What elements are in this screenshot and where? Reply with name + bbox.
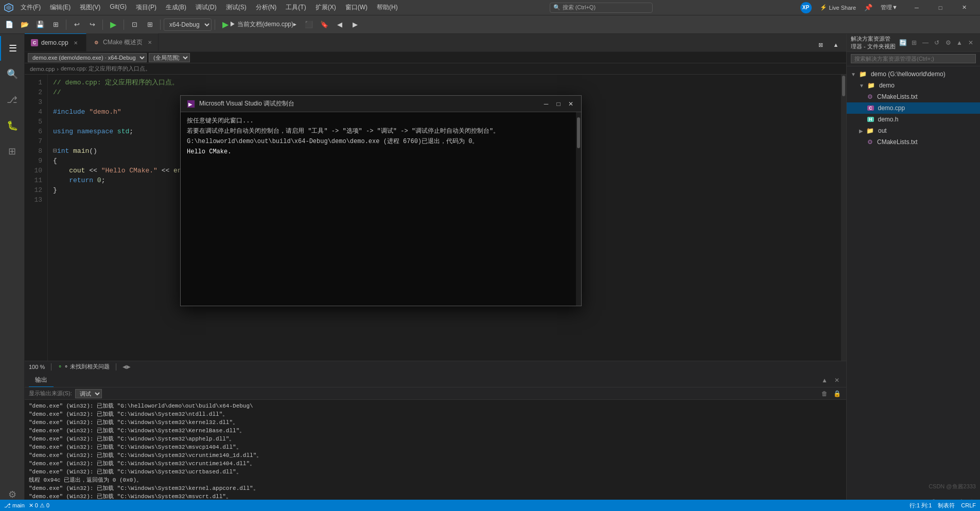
- menu-debug[interactable]: 调试(D): [191, 2, 221, 13]
- split-editor-btn[interactable]: ⊠: [813, 38, 828, 51]
- debug-console-body[interactable]: 按任意键关闭此窗口...若要在调试停止时自动关闭控制台，请启用 "工具" -> …: [181, 112, 581, 306]
- menu-project[interactable]: 项目(P): [132, 2, 161, 13]
- menu-help[interactable]: 帮助(H): [373, 2, 402, 13]
- debug-console-close[interactable]: ✕: [567, 100, 575, 108]
- output-source-select[interactable]: 调试: [75, 389, 102, 398]
- menu-view[interactable]: 视图(V): [76, 2, 104, 13]
- status-line-col[interactable]: 行:1 列:1: [909, 502, 932, 509]
- tree-item[interactable]: ▼📁demo (G:\helloworld\demo): [847, 68, 980, 80]
- panel-tab-output[interactable]: 输出: [29, 374, 54, 387]
- solution-explorer-title: 解决方案资源管理器 - 文件夹视图: [851, 35, 896, 50]
- search-box[interactable]: 🔍 搜索 (Ctrl+Q): [550, 3, 653, 13]
- minimize-button[interactable]: ─: [905, 0, 929, 15]
- svg-marker-1: [6, 5, 11, 10]
- toolbar-nav-back[interactable]: ◀: [332, 18, 347, 31]
- rp-filter-btn[interactable]: ⊞: [909, 38, 919, 48]
- output-scroll-lock[interactable]: 🔒: [832, 389, 842, 399]
- tab-cmake-overview[interactable]: ⚙ CMake 概述页 ✕: [86, 33, 159, 51]
- toolbar-nav-fwd[interactable]: ▶: [348, 18, 362, 31]
- activity-extensions[interactable]: ⊞: [0, 139, 25, 164]
- debug-scrollbar[interactable]: [576, 112, 581, 306]
- activity-search[interactable]: 🔍: [0, 62, 25, 86]
- output-content[interactable]: "demo.exe" (Win32): 已加载 "G:\helloworld\d…: [25, 400, 846, 511]
- rp-sync-btn[interactable]: 🔄: [898, 38, 908, 48]
- debug-console-title: Microsoft Visual Studio 调试控制台: [199, 99, 538, 108]
- debug-console-minimize[interactable]: ─: [542, 100, 550, 108]
- menu-test[interactable]: 测试(S): [222, 2, 251, 13]
- menu-build[interactable]: 生成(B): [162, 2, 190, 13]
- status-left: ⎇ main ✕ 0 ⚠ 0: [4, 502, 904, 509]
- toolbar-stop[interactable]: ⬛: [302, 18, 316, 31]
- editor-scrollbar[interactable]: [841, 75, 846, 361]
- solution-explorer-header: 解决方案资源管理器 - 文件夹视图 🔄 ⊞ — ↺ ⚙ ▲ ✕: [847, 34, 980, 52]
- status-indent[interactable]: 制表符: [938, 502, 955, 509]
- close-button[interactable]: ✕: [952, 0, 976, 15]
- run-current-button[interactable]: ▶ ▶ 当前文档(demo.cpp)▸: [218, 19, 301, 30]
- debug-console-controls: ─ □ ✕: [542, 100, 575, 108]
- cpp-file-icon: C: [31, 39, 38, 46]
- status-right: 行:1 列:1 制表符 CRLF: [909, 502, 976, 509]
- menu-window[interactable]: 窗口(W): [341, 2, 372, 13]
- toolbar-undo[interactable]: ↩: [69, 18, 84, 31]
- rp-refresh-btn[interactable]: ↺: [932, 38, 942, 48]
- tree-item[interactable]: Hdemo.h: [847, 114, 980, 125]
- debug-console-window: ▶ Microsoft Visual Studio 调试控制台 ─ □ ✕ 按任…: [180, 95, 582, 306]
- tab-demo-cpp-close[interactable]: ✕: [74, 40, 78, 46]
- toolbar-save-all[interactable]: ⊞: [48, 18, 63, 31]
- panel-up-btn[interactable]: ▲: [819, 375, 830, 385]
- toolbar-bookmark[interactable]: 🔖: [317, 18, 331, 31]
- output-line: "demo.exe" (Win32): 已加载 "C:\Windows\Syst…: [29, 410, 842, 418]
- menu-edit[interactable]: 编辑(E): [46, 2, 75, 13]
- profile-badge[interactable]: XP: [800, 2, 812, 13]
- status-errors[interactable]: ✕ 0 ⚠ 0: [29, 502, 49, 509]
- tree-item[interactable]: ▼📁demo: [847, 80, 980, 91]
- clear-output-btn[interactable]: 🗑: [819, 389, 830, 399]
- tree-item[interactable]: ⚙CMakeLists.txt: [847, 136, 980, 148]
- maximize-panel-btn[interactable]: ▲: [829, 38, 843, 51]
- menu-analyze[interactable]: 分析(N): [252, 2, 281, 13]
- manage-button[interactable]: 管理▼: [877, 3, 902, 12]
- activity-git[interactable]: ⎇: [0, 87, 25, 112]
- rp-close-btn[interactable]: ✕: [966, 38, 976, 48]
- maximize-button[interactable]: □: [929, 0, 952, 15]
- status-encoding[interactable]: CRLF: [961, 502, 976, 508]
- config-dropdown[interactable]: x64-Debug: [164, 19, 212, 31]
- panel-close-btn[interactable]: ✕: [832, 375, 842, 385]
- rp-settings-btn[interactable]: ⚙: [943, 38, 953, 48]
- live-share-button[interactable]: ⚡ Live Share: [816, 3, 861, 12]
- toolbar-redo[interactable]: ↪: [85, 18, 99, 31]
- rp-collapse-btn[interactable]: —: [920, 38, 931, 48]
- scope-select[interactable]: (全局范围): [149, 53, 190, 62]
- solution-search-input[interactable]: [851, 54, 976, 63]
- debug-console-app-icon: ▶: [187, 100, 195, 108]
- rp-chevron-btn[interactable]: ▲: [954, 38, 965, 48]
- toolbar-sep-2: [102, 20, 103, 30]
- tree-item[interactable]: ▶📁out: [847, 125, 980, 136]
- tree-item[interactable]: Cdemo.cpp: [847, 102, 980, 114]
- toolbar-save[interactable]: 💾: [33, 18, 47, 31]
- status-git[interactable]: ⎇ main: [4, 502, 25, 509]
- tab-demo-cpp[interactable]: C demo.cpp ✕: [25, 33, 86, 51]
- menu-file[interactable]: 文件(F): [16, 2, 45, 13]
- pin-icon[interactable]: 📌: [864, 4, 872, 11]
- menu-git[interactable]: Git(G): [106, 2, 131, 13]
- tree-item[interactable]: ⚙CMakeLists.txt: [847, 91, 980, 102]
- debug-console-maximize[interactable]: □: [554, 100, 563, 108]
- toolbar-start-debug[interactable]: ▶: [106, 18, 120, 31]
- debug-console-line: 按任意键关闭此窗口...: [187, 116, 575, 126]
- output-actions: 🗑 🔒: [819, 389, 842, 399]
- search-placeholder: 搜索 (Ctrl+Q): [563, 4, 596, 11]
- menu-tools[interactable]: 工具(T): [282, 2, 310, 13]
- code-line-1: // demo.cpp: 定义应用程序的入口点。: [53, 78, 841, 87]
- output-toolbar: 显示输出来源(S): 调试 🗑 🔒: [25, 387, 846, 400]
- activity-debug[interactable]: 🐛: [0, 113, 25, 138]
- activity-explorer[interactable]: ☰: [0, 36, 25, 61]
- toolbar-attach[interactable]: ⊡: [127, 18, 142, 31]
- toolbar-open[interactable]: 📂: [18, 18, 32, 31]
- debug-target-select[interactable]: demo.exe (demo\demo.exe) · x64-Debug: [28, 53, 147, 62]
- menu-extensions[interactable]: 扩展(X): [311, 2, 340, 13]
- line-col-label: 行:1 列:1: [909, 502, 932, 509]
- toolbar-breakpoints[interactable]: ⊞: [143, 18, 157, 31]
- toolbar-new[interactable]: 📄: [2, 18, 16, 31]
- tab-cmake-close[interactable]: ✕: [148, 40, 152, 45]
